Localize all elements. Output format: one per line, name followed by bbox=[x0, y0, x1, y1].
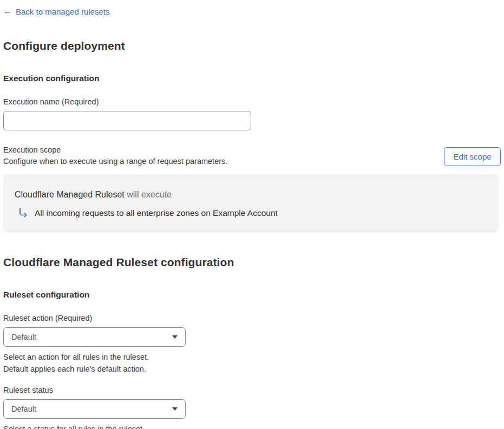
back-link-label: Back to managed rulesets bbox=[16, 7, 109, 16]
back-arrow-icon: ← bbox=[3, 7, 12, 16]
dropdown-caret-icon bbox=[172, 335, 178, 339]
back-link[interactable]: ← Back to managed rulesets bbox=[3, 7, 109, 16]
scope-summary-headline: Cloudflare Managed Ruleset will execute bbox=[15, 189, 488, 200]
ruleset-configuration-subheading: Ruleset configuration bbox=[3, 290, 501, 300]
ruleset-action-value: Default bbox=[11, 333, 36, 341]
ruleset-action-select[interactable]: Default bbox=[3, 327, 186, 347]
ruleset-status-label: Ruleset status bbox=[3, 386, 501, 395]
execution-name-input[interactable] bbox=[3, 111, 251, 130]
execution-scope-label: Execution scope bbox=[3, 144, 227, 155]
ruleset-action-help-line-1: Select an action for all rules in the ru… bbox=[3, 351, 501, 363]
page-title: Configure deployment bbox=[3, 39, 501, 52]
execution-name-label: Execution name (Required) bbox=[3, 97, 501, 107]
execution-configuration-heading: Execution configuration bbox=[3, 74, 501, 83]
edit-scope-button[interactable]: Edit scope bbox=[444, 147, 501, 166]
execution-scope-text: Execution scope Configure when to execut… bbox=[3, 144, 227, 167]
scope-summary-panel: Cloudflare Managed Ruleset will execute … bbox=[3, 174, 499, 233]
configure-deployment-page: ← Back to managed rulesets Configure dep… bbox=[0, 0, 504, 429]
dropdown-caret-icon bbox=[172, 407, 178, 411]
ruleset-action-help-line-2: Default applies each rule's default acti… bbox=[3, 363, 501, 375]
scope-summary-detail-row: All incoming requests to all enterprise … bbox=[15, 207, 488, 219]
ruleset-status-select[interactable]: Default bbox=[3, 399, 186, 419]
ruleset-configuration-title: Cloudflare Managed Ruleset configuration bbox=[3, 255, 501, 269]
scope-summary-detail: All incoming requests to all enterprise … bbox=[35, 207, 278, 219]
execution-scope-row: Execution scope Configure when to execut… bbox=[3, 144, 501, 167]
ruleset-action-label: Ruleset action (Required) bbox=[3, 314, 501, 323]
execution-configuration-section: Execution configuration Execution name (… bbox=[3, 74, 501, 233]
ruleset-status-help-line-1: Select a status for all rules in the rul… bbox=[3, 423, 501, 429]
execution-scope-description: Configure when to execute using a range … bbox=[3, 156, 227, 167]
ruleset-configuration-section: Ruleset configuration Ruleset action (Re… bbox=[3, 290, 501, 429]
scope-summary-suffix: will execute bbox=[125, 190, 172, 199]
scope-summary-ruleset-name: Cloudflare Managed Ruleset bbox=[15, 190, 125, 199]
ruleset-status-value: Default bbox=[11, 405, 36, 413]
return-arrow-icon bbox=[18, 208, 28, 219]
